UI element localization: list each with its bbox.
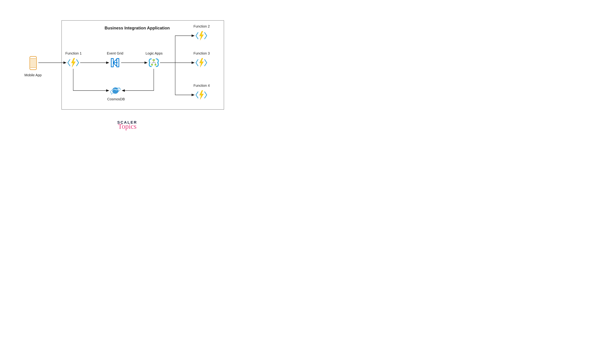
event-grid-icon [110, 58, 120, 68]
function1-label: Function 1 [65, 51, 82, 55]
container-title: Business Integration Application [105, 26, 170, 31]
svg-rect-8 [153, 59, 155, 61]
diagram-canvas: Business Integration Application Mobile … [0, 0, 254, 156]
mobile-app-icon [29, 56, 38, 70]
svg-marker-17 [200, 31, 204, 40]
svg-rect-1 [30, 59, 36, 67]
scaler-topics-logo: SCALER Topics [112, 120, 143, 129]
function1-icon [67, 58, 79, 68]
svg-marker-4 [71, 58, 75, 67]
cosmosdb-label: CosmosDB [107, 97, 125, 101]
function2-icon [195, 31, 207, 41]
cosmosdb-icon [110, 85, 121, 96]
function4-label: Function 4 [193, 84, 210, 88]
logic-apps-icon [148, 58, 159, 68]
mobile-app-label: Mobile App [24, 73, 42, 77]
function2-label: Function 2 [193, 24, 210, 28]
function3-icon [195, 58, 207, 68]
function3-label: Function 3 [193, 51, 210, 55]
svg-rect-14 [155, 64, 156, 65]
svg-marker-18 [200, 58, 204, 67]
event-grid-label: Event Grid [107, 51, 123, 55]
logic-apps-label: Logic Apps [146, 51, 163, 55]
svg-marker-19 [200, 90, 204, 99]
svg-rect-13 [151, 64, 153, 65]
function4-icon [195, 90, 207, 100]
logo-line2: Topics [112, 124, 143, 129]
